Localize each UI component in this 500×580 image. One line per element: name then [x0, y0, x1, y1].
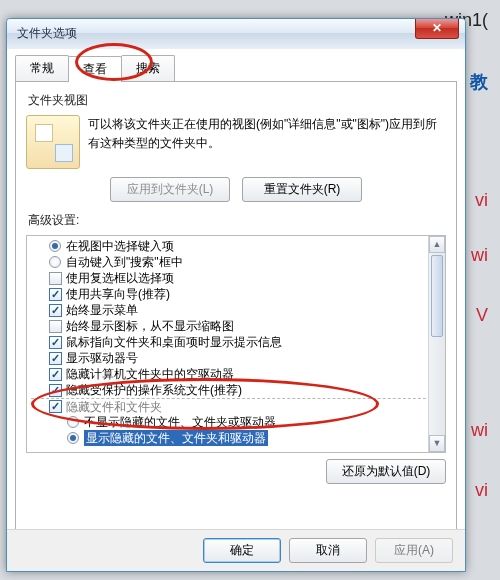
option-label: 不显示隐藏的文件、文件夹或驱动器 — [84, 414, 276, 430]
option-label: 鼠标指向文件夹和桌面项时显示提示信息 — [66, 334, 282, 350]
option-label: 隐藏受保护的操作系统文件(推荐) — [66, 382, 242, 398]
option-label: 自动键入到"搜索"框中 — [66, 254, 183, 270]
checkbox-icon — [49, 368, 62, 381]
advanced-settings-list[interactable]: 在视图中选择键入项自动键入到"搜索"框中使用复选框以选择项使用共享向导(推荐)始… — [26, 235, 446, 453]
radio-icon — [49, 240, 61, 252]
option-check[interactable]: 隐藏计算机文件夹中的空驱动器 — [31, 366, 441, 382]
radio-icon — [67, 416, 79, 428]
tab-general[interactable]: 常规 — [15, 55, 69, 81]
view-panel: 文件夹视图 可以将该文件夹正在使用的视图(例如"详细信息"或"图标")应用到所有… — [15, 82, 457, 544]
option-check[interactable]: 隐藏受保护的操作系统文件(推荐) — [31, 382, 441, 398]
apply-button[interactable]: 应用(A) — [375, 538, 453, 563]
option-label: 使用复选框以选择项 — [66, 270, 174, 286]
section-advanced: 高级设置: — [28, 212, 446, 229]
folder-view-desc: 可以将该文件夹正在使用的视图(例如"详细信息"或"图标")应用到所有这种类型的文… — [88, 115, 446, 169]
radio-icon — [49, 256, 61, 268]
option-check[interactable]: 始终显示菜单 — [31, 302, 441, 318]
restore-defaults-button[interactable]: 还原为默认值(D) — [326, 459, 446, 484]
checkbox-icon — [49, 304, 62, 317]
bg-text: V — [476, 305, 488, 326]
ok-button[interactable]: 确定 — [203, 538, 281, 563]
checkbox-icon — [49, 320, 62, 333]
close-button[interactable]: ✕ — [415, 19, 459, 39]
bg-text: vi — [475, 190, 488, 211]
option-radio[interactable]: 显示隐藏的文件、文件夹和驱动器 — [31, 430, 441, 446]
apply-to-folders-button[interactable]: 应用到文件夹(L) — [110, 177, 230, 202]
checkbox-icon — [49, 384, 62, 397]
option-check[interactable]: 使用复选框以选择项 — [31, 270, 441, 286]
checkbox-icon — [49, 272, 62, 285]
tab-view[interactable]: 查看 — [68, 56, 122, 82]
bg-text: 教 — [470, 70, 488, 94]
option-label: 始终显示图标，从不显示缩略图 — [66, 318, 234, 334]
option-check[interactable]: 使用共享向导(推荐) — [31, 286, 441, 302]
reset-folders-button[interactable]: 重置文件夹(R) — [242, 177, 362, 202]
option-label: 使用共享向导(推荐) — [66, 286, 170, 302]
option-label: 显示隐藏的文件、文件夹和驱动器 — [84, 430, 268, 446]
cancel-button[interactable]: 取消 — [289, 538, 367, 563]
scroll-up-icon[interactable]: ▲ — [429, 236, 445, 253]
option-check[interactable]: 始终显示图标，从不显示缩略图 — [31, 318, 441, 334]
checkbox-icon — [49, 400, 62, 413]
option-check[interactable]: 显示驱动器号 — [31, 350, 441, 366]
dialog-title: 文件夹选项 — [17, 26, 77, 40]
bg-text: wi — [471, 420, 488, 441]
scroll-down-icon[interactable]: ▼ — [429, 435, 445, 452]
option-label: 始终显示菜单 — [66, 302, 138, 318]
option-label: 隐藏计算机文件夹中的空驱动器 — [66, 366, 234, 382]
checkbox-icon — [49, 336, 62, 349]
section-folder-view: 文件夹视图 — [28, 92, 446, 109]
tab-search[interactable]: 搜索 — [121, 55, 175, 81]
bg-text: vi — [475, 480, 488, 501]
option-label: 显示驱动器号 — [66, 350, 138, 366]
radio-icon — [67, 432, 79, 444]
bg-text: wi — [471, 245, 488, 266]
option-check[interactable]: 隐藏文件和文件夹 — [31, 398, 441, 414]
option-radio[interactable]: 自动键入到"搜索"框中 — [31, 254, 441, 270]
tab-strip: 常规 查看 搜索 — [15, 55, 457, 82]
folder-options-dialog: 文件夹选项 ✕ 常规 查看 搜索 文件夹视图 可以将该文件夹正在使用的视图(例如… — [6, 18, 466, 572]
checkbox-icon — [49, 288, 62, 301]
option-radio[interactable]: 在视图中选择键入项 — [31, 238, 441, 254]
dialog-footer: 确定 取消 应用(A) — [7, 529, 465, 571]
scroll-thumb[interactable] — [431, 255, 443, 337]
option-label: 在视图中选择键入项 — [66, 238, 174, 254]
close-icon: ✕ — [432, 21, 442, 35]
scrollbar-vertical[interactable]: ▲ ▼ — [428, 236, 445, 452]
checkbox-icon — [49, 352, 62, 365]
option-check[interactable]: 鼠标指向文件夹和桌面项时显示提示信息 — [31, 334, 441, 350]
titlebar[interactable]: 文件夹选项 ✕ — [7, 19, 465, 49]
option-radio[interactable]: 不显示隐藏的文件、文件夹或驱动器 — [31, 414, 441, 430]
folder-view-icon — [26, 115, 80, 169]
option-label: 隐藏文件和文件夹 — [66, 399, 162, 415]
